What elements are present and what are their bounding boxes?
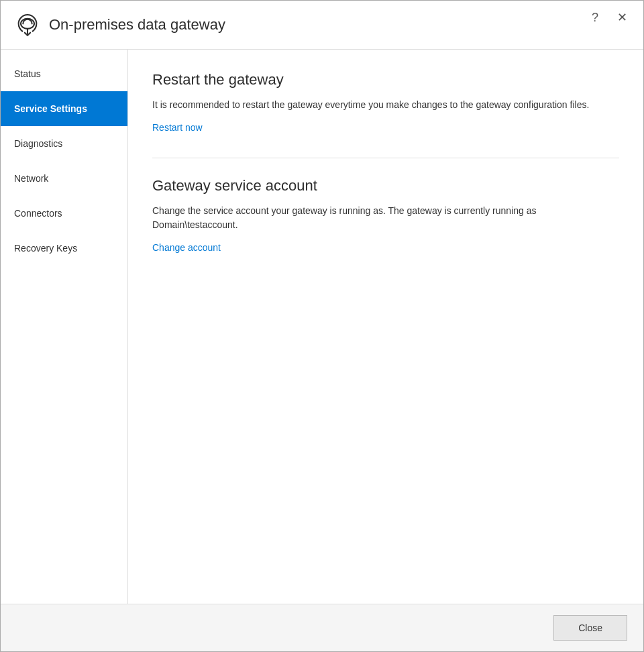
sidebar-item-service-settings[interactable]: Service Settings — [1, 91, 127, 126]
section-divider — [152, 158, 619, 158]
window-controls: ? ✕ — [586, 9, 633, 26]
restart-section: Restart the gateway It is recommended to… — [152, 71, 619, 133]
main-window: On-premises data gateway ? ✕ Status Serv… — [0, 0, 644, 652]
restart-now-link[interactable]: Restart now — [152, 122, 203, 133]
close-button[interactable]: Close — [553, 615, 627, 641]
window-title: On-premises data gateway — [49, 16, 225, 34]
change-account-link[interactable]: Change account — [152, 242, 221, 253]
sidebar-item-network[interactable]: Network — [1, 161, 127, 196]
account-description: Change the service account your gateway … — [152, 204, 619, 232]
title-bar: On-premises data gateway ? ✕ — [1, 1, 643, 50]
gateway-icon — [14, 11, 41, 38]
sidebar-item-status[interactable]: Status — [1, 56, 127, 91]
restart-title: Restart the gateway — [152, 71, 619, 89]
account-title: Gateway service account — [152, 177, 619, 195]
main-content: Restart the gateway It is recommended to… — [128, 50, 643, 604]
help-button[interactable]: ? — [586, 9, 604, 26]
content-area: Status Service Settings Diagnostics Netw… — [1, 50, 643, 604]
window-close-button[interactable]: ✕ — [612, 9, 633, 26]
footer: Close — [1, 604, 643, 651]
restart-description: It is recommended to restart the gateway… — [152, 98, 619, 112]
sidebar: Status Service Settings Diagnostics Netw… — [1, 50, 128, 604]
sidebar-item-connectors[interactable]: Connectors — [1, 196, 127, 231]
sidebar-item-recovery-keys[interactable]: Recovery Keys — [1, 231, 127, 266]
account-section: Gateway service account Change the servi… — [152, 177, 619, 254]
sidebar-item-diagnostics[interactable]: Diagnostics — [1, 126, 127, 161]
